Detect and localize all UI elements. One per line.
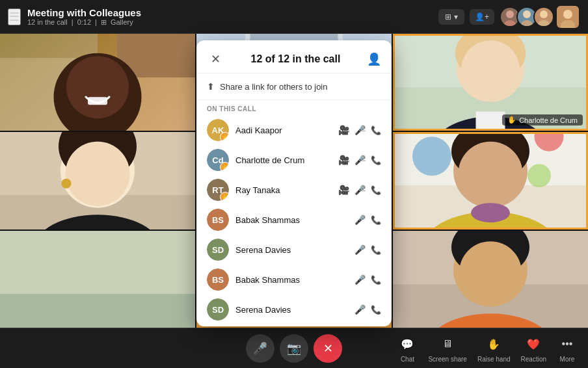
participant-actions: 🎤 📞 — [354, 274, 381, 285]
chat-label: Chat — [401, 356, 414, 363]
raise-hand-badge-3: ✋ Charlotte de Crum — [502, 114, 583, 125]
svg-point-34 — [66, 142, 130, 206]
more-label: More — [560, 356, 575, 363]
chat-icon: 💬 — [397, 334, 418, 354]
participant-row: SD Serena Davies 🎤 📞 — [196, 235, 392, 265]
panel-header: ✕ 12 of 12 in the call 👤 — [196, 40, 392, 73]
participant-avatar: RT ✋ — [207, 179, 229, 201]
avatar-stack — [500, 7, 554, 27]
svg-point-16 — [66, 56, 129, 118]
participant-list: AK ✋ Aadi Kaapor 🎥̶ 🎤̶ 📞 Cd ✋ Charlotte … — [196, 115, 392, 326]
video-off-icon[interactable]: 🎥̶ — [338, 155, 349, 165]
phone-icon[interactable]: 📞 — [371, 245, 381, 255]
camera-button[interactable]: 📷 — [280, 334, 308, 363]
phone-icon[interactable]: 📞 — [371, 125, 381, 135]
screen-share-button[interactable]: 🖥 Screen share — [428, 334, 466, 363]
share-link-row[interactable]: ⬆ Share a link for others to join — [196, 73, 392, 100]
video-cell-7 — [0, 231, 195, 328]
raise-hand-button[interactable]: ✋ Raise hand — [477, 334, 511, 363]
video-off-icon[interactable]: 🎥̶ — [338, 125, 349, 135]
layout-icon: ⊞ — [445, 12, 451, 21]
end-call-button[interactable]: ✕ — [314, 334, 342, 363]
end-call-icon: ✕ — [323, 341, 333, 356]
participant-avatar: Cd ✋ — [207, 149, 229, 171]
avatar-circle: SD — [207, 298, 229, 321]
hand-icon-3: ✋ — [507, 116, 516, 124]
mic-off-icon[interactable]: 🎤̶ — [354, 155, 366, 165]
mic-button[interactable]: 🎤 — [246, 334, 274, 363]
chat-button[interactable]: 💬 Chat — [397, 334, 418, 363]
raise-hand-label: Raise hand — [477, 356, 511, 363]
hand-raised-indicator: ✋ — [220, 132, 229, 141]
mic-icon[interactable]: 🎤 — [354, 215, 366, 225]
participant-actions: 🎥̶ 🎤̶ 📞 — [338, 155, 381, 165]
reaction-button[interactable]: ❤️ Reaction — [521, 334, 546, 363]
reaction-label: Reaction — [521, 356, 546, 363]
avatar-circle: BS — [207, 209, 229, 231]
raise-hand-icon: ✋ — [483, 334, 504, 354]
header-subtitle: 12 in the call | 0:12 | ⊞ Gallery — [27, 18, 141, 27]
reaction-icon: ❤️ — [523, 334, 544, 354]
svg-point-54 — [471, 203, 510, 222]
video-off-icon[interactable]: 🎥̶ — [338, 185, 349, 195]
participant-avatar: BS — [207, 269, 229, 291]
video-cell-3: ✋ Charlotte de Crum — [393, 34, 588, 131]
header-title-group: Meeting with Colleagues 12 in the call |… — [27, 7, 141, 27]
participant-name: Serena Davies — [235, 305, 348, 315]
avatar-3-img — [535, 8, 553, 26]
participant-count-label: 12 in the call — [27, 18, 68, 26]
charlotte-name: Charlotte de Crum — [519, 116, 578, 124]
participant-name: Charlotte de Crum — [235, 155, 332, 165]
screen-share-label: Screen share — [428, 356, 466, 363]
more-button[interactable]: ••• More — [557, 334, 578, 363]
svg-point-5 — [538, 20, 550, 26]
svg-point-2 — [523, 10, 531, 18]
svg-point-47 — [412, 137, 451, 176]
mic-icon[interactable]: 🎤 — [354, 304, 366, 315]
participant-row: BS Babak Shammas 🎤 📞 — [196, 324, 392, 326]
mic-off-icon[interactable]: 🎤̶ — [354, 125, 366, 135]
layout-button[interactable]: ⊞ ▾ — [438, 9, 464, 25]
mic-icon: 🎤 — [253, 341, 267, 356]
participant-name: Ray Tanaka — [235, 185, 332, 195]
svg-point-4 — [540, 10, 548, 18]
panel-close-button[interactable]: ✕ — [207, 51, 224, 68]
participant-row: SD Serena Davies 🎤 📞 — [196, 295, 392, 324]
panel-add-person-icon[interactable]: 👤 — [367, 52, 381, 66]
phone-icon[interactable]: 📞 — [371, 185, 381, 195]
phone-icon[interactable]: 📞 — [371, 275, 381, 285]
participant-row: Cd ✋ Charlotte de Crum 🎥̶ 🎤̶ 📞 — [196, 145, 392, 175]
mic-off-icon[interactable]: 🎤̶ — [354, 185, 366, 195]
video-cell-6 — [393, 132, 588, 229]
menu-button[interactable]: ☰ — [8, 8, 21, 25]
mic-icon[interactable]: 🎤 — [354, 244, 366, 255]
phone-icon[interactable]: 📞 — [371, 215, 381, 225]
mic-icon[interactable]: 🎤 — [354, 274, 366, 285]
phone-icon[interactable]: 📞 — [371, 305, 381, 315]
avatar-4 — [555, 5, 580, 29]
header-controls: ⊞ ▾ 👤+ — [438, 5, 580, 29]
gallery-label[interactable]: Gallery — [111, 18, 133, 26]
svg-point-73 — [459, 241, 522, 304]
on-this-call-label: ON THIS CALL — [196, 100, 392, 115]
video-cell-9 — [393, 231, 588, 328]
avatar-circle: SD — [207, 239, 229, 261]
participant-actions: 🎥̶ 🎤̶ 📞 — [338, 125, 381, 135]
gallery-icon: ⊞ — [101, 18, 107, 27]
participant-avatar: AK ✋ — [207, 119, 229, 141]
header-left: ☰ Meeting with Colleagues 12 in the call… — [8, 7, 438, 27]
participant-row: BS Babak Shammas 🎤 📞 — [196, 265, 392, 295]
svg-point-0 — [506, 10, 514, 18]
meeting-title: Meeting with Colleagues — [27, 7, 141, 18]
more-icon: ••• — [557, 334, 578, 354]
participant-row: BS Babak Shammas 🎤 📞 — [196, 205, 392, 235]
video-7-content — [0, 231, 195, 328]
svg-point-7 — [563, 10, 572, 19]
video-cell-1 — [0, 34, 195, 131]
participant-name: Babak Shammas — [235, 215, 348, 225]
add-person-button[interactable]: 👤+ — [470, 9, 494, 25]
phone-icon[interactable]: 📞 — [371, 155, 381, 165]
call-timer: 0:12 — [77, 18, 91, 26]
screen-share-icon: 🖥 — [437, 334, 458, 354]
share-link-text: Share a link for others to join — [220, 82, 327, 92]
